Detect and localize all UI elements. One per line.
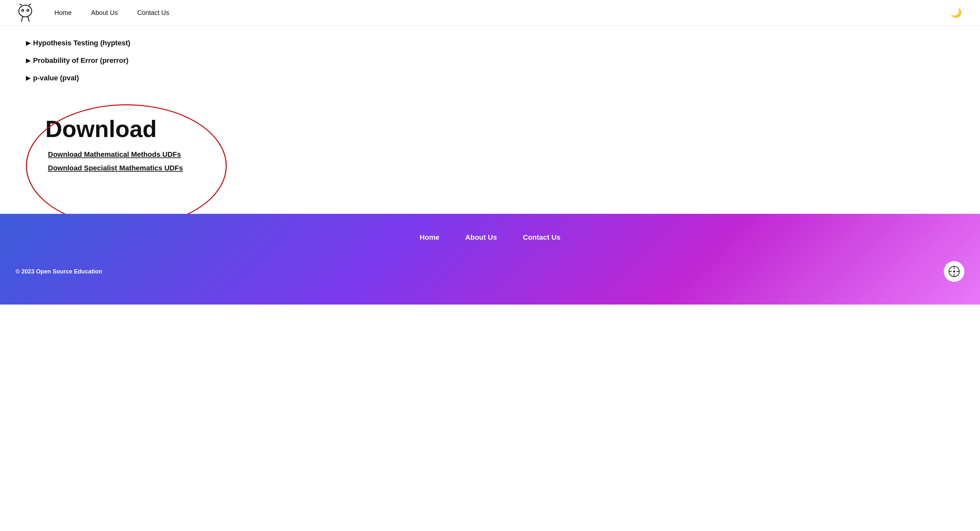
compass-button[interactable]	[944, 261, 964, 282]
compass-icon	[948, 266, 960, 277]
nav-home[interactable]: Home	[54, 9, 72, 16]
footer-nav-contact[interactable]: Contact Us	[523, 233, 560, 242]
svg-line-8	[28, 17, 29, 21]
download-specialist-math-link[interactable]: Download Specialist Mathematics UDFs	[48, 164, 183, 172]
accordion-label-prerror: Probability of Error (prerror)	[33, 56, 129, 65]
footer-nav-about[interactable]: About Us	[465, 233, 497, 242]
svg-point-10	[953, 271, 955, 273]
accordion-item-hypothesis[interactable]: ▶ Hypothesis Testing (hyptest)	[26, 39, 954, 47]
footer: Home About Us Contact Us © 2023 Open Sou…	[0, 214, 980, 305]
svg-line-5	[29, 4, 30, 5]
svg-point-0	[19, 5, 32, 17]
accordion-arrow-prerror: ▶	[26, 57, 30, 64]
nav-contact[interactable]: Contact Us	[137, 9, 169, 16]
footer-nav-home[interactable]: Home	[419, 233, 439, 242]
dark-mode-button[interactable]: 🌙	[948, 5, 964, 21]
svg-point-2	[27, 10, 29, 11]
logo[interactable]	[16, 4, 35, 22]
accordion-label-pval: p-value (pval)	[33, 74, 79, 82]
header: Home About Us Contact Us 🌙	[0, 0, 980, 26]
footer-copyright: © 2023 Open Source Education	[16, 268, 102, 275]
download-links: Download Mathematical Methods UDFs Downl…	[45, 150, 183, 172]
accordion-item-prerror[interactable]: ▶ Probability of Error (prerror)	[26, 56, 954, 65]
download-title: Download	[45, 117, 183, 140]
svg-line-3	[20, 4, 21, 5]
accordion-item-pval[interactable]: ▶ p-value (pval)	[26, 74, 954, 82]
download-math-methods-link[interactable]: Download Mathematical Methods UDFs	[48, 150, 183, 159]
accordion-arrow-pval: ▶	[26, 75, 30, 81]
footer-bottom: © 2023 Open Source Education	[16, 261, 964, 282]
main-content: ▶ Hypothesis Testing (hyptest) ▶ Probabi…	[0, 26, 980, 214]
accordion-label-hypothesis: Hypothesis Testing (hyptest)	[33, 39, 130, 47]
svg-line-7	[21, 17, 23, 21]
nav-about[interactable]: About Us	[91, 9, 118, 16]
main-nav: Home About Us Contact Us	[54, 9, 948, 16]
download-section: Download Download Mathematical Methods U…	[26, 104, 183, 185]
accordion-arrow-hypothesis: ▶	[26, 40, 30, 47]
footer-nav: Home About Us Contact Us	[419, 233, 560, 242]
svg-point-1	[22, 10, 24, 11]
